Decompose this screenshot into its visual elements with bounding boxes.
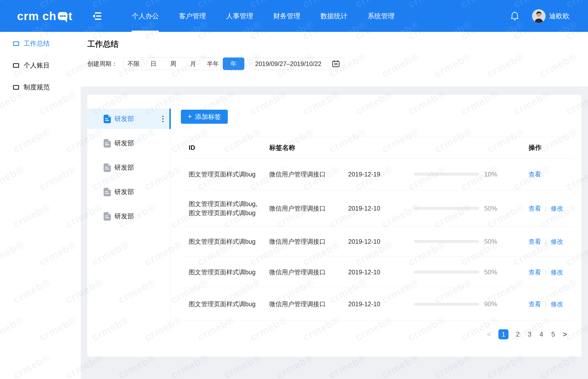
cell-date: 2019-12-10 [348, 205, 414, 212]
date-range-picker[interactable]: 2019/09/27–2019/10/22 [250, 57, 344, 70]
panel-icon [13, 41, 19, 46]
progress-bar [414, 271, 479, 274]
document-icon [103, 115, 111, 123]
sidebar-item-work-summary[interactable]: 工作总结 [0, 33, 81, 54]
table-row: 图文管理页面样式调bug 微信用户管理调接口 2019-12-19 10% 查看 [181, 158, 574, 190]
cell-name: 微信用户管理调接口 [269, 268, 348, 276]
table-row: 图文管理页面样式调bug 微信用户管理调接口 2019-12-10 50% 查看… [181, 227, 574, 257]
action-divider: | [545, 269, 547, 276]
cell-percent: 50% [484, 268, 529, 276]
sidebar-item-personal-accounts[interactable]: 个人账目 [0, 54, 81, 76]
action-divider: | [545, 205, 547, 212]
filter-section: 工作总结 创建周期： 不限 日 周 月 半年 年 2019/09/27–2019… [81, 32, 588, 87]
col-header-name: 标签名称 [269, 143, 348, 152]
active-indicator [169, 109, 171, 129]
notification-bell-icon[interactable] [510, 11, 519, 21]
content-card: 研发部 研发部 研发部 [87, 95, 581, 357]
pagination: < 1 2 3 4 5 > [487, 329, 567, 339]
user-avatar[interactable] [532, 9, 546, 23]
edit-link[interactable]: 修改 [551, 238, 563, 245]
nav-item-system-mgmt[interactable]: 系统管理 [357, 0, 405, 32]
view-link[interactable]: 查看 [529, 269, 541, 276]
nav-item-hr-mgmt[interactable]: 人事管理 [216, 0, 263, 32]
pagination-page-1[interactable]: 1 [498, 329, 508, 339]
view-link[interactable]: 查看 [529, 205, 541, 212]
cell-percent: 50% [484, 238, 529, 245]
collapse-menu-icon[interactable] [92, 12, 102, 20]
document-icon [103, 139, 111, 148]
col-header-id: ID [189, 144, 269, 152]
progress-bar [414, 207, 479, 210]
progress-bar [414, 173, 479, 176]
pagination-page-2[interactable]: 2 [515, 331, 520, 338]
pagination-page-5[interactable]: 5 [551, 331, 556, 338]
group-more-menu[interactable] [161, 114, 165, 123]
group-item-rnd-dept[interactable]: 研发部 [87, 131, 170, 155]
group-list: 研发部 研发部 研发部 [87, 95, 170, 357]
period-week[interactable]: 周 [163, 57, 183, 70]
period-half-year[interactable]: 半年 [203, 57, 223, 70]
period-month[interactable]: 月 [183, 57, 203, 70]
cell-date: 2019-12-19 [348, 171, 414, 178]
group-item-rnd-dept[interactable]: 研发部 [87, 204, 170, 228]
main-nav: 个人办公 客户管理 人事管理 财务管理 数据统计 系统管理 [122, 0, 405, 32]
sidebar-item-rules[interactable]: 制度规范 [0, 76, 81, 98]
add-tag-button[interactable]: + 添加标签 [181, 110, 228, 124]
cell-name: 微信用户管理调接口 [269, 204, 348, 213]
top-right-area: 迪欧欧 [510, 9, 569, 23]
period-unlimited[interactable]: 不限 [124, 57, 143, 70]
table-row: 图文管理页面样式调bug, 图文管理页面样式调bug 微信用户管理调接口 201… [181, 190, 574, 227]
cell-id: 图文管理页面样式调bug [189, 237, 269, 246]
cell-date: 2019-12-10 [348, 238, 414, 245]
nav-item-data-stats[interactable]: 数据统计 [310, 0, 357, 32]
pagination-page-4[interactable]: 4 [539, 331, 544, 338]
table-header: ID 标签名称 操作 [181, 137, 574, 158]
cell-id: 图文管理页面样式调bug [189, 299, 269, 308]
document-icon [103, 163, 111, 172]
nav-item-customer-mgmt[interactable]: 客户管理 [169, 0, 216, 32]
col-header-actions: 操作 [529, 143, 574, 152]
group-item-rnd-dept[interactable]: 研发部 [87, 180, 170, 204]
nav-item-finance-mgmt[interactable]: 财务管理 [263, 0, 310, 32]
app-logo: crm ch t [17, 9, 72, 23]
action-divider: | [545, 301, 547, 307]
pagination-prev-icon[interactable]: < [487, 330, 492, 339]
cell-name: 微信用户管理调接口 [269, 300, 348, 308]
document-icon [103, 188, 111, 196]
panel-icon [13, 85, 19, 90]
edit-link[interactable]: 修改 [551, 205, 563, 212]
pagination-next-icon[interactable]: > [562, 330, 567, 339]
filter-label: 创建周期： [87, 60, 117, 68]
period-year[interactable]: 年 [223, 57, 244, 70]
nav-item-personal-office[interactable]: 个人办公 [122, 0, 169, 32]
calendar-icon [332, 60, 340, 68]
table-row: 图文管理页面样式调bug 微信用户管理调接口 2019-12-10 50% 查看… [181, 257, 574, 288]
date-range-value: 2019/09/27–2019/10/22 [255, 60, 321, 68]
group-item-rnd-dept[interactable]: 研发部 [87, 155, 170, 180]
cell-name: 微信用户管理调接口 [269, 170, 348, 178]
table-row: 图文管理页面样式调bug 微信用户管理调接口 2019-12-10 90% 查看… [181, 288, 574, 321]
logo-text-suffix: t [68, 9, 72, 23]
pagination-page-3[interactable]: 3 [527, 331, 532, 338]
edit-link[interactable]: 修改 [551, 300, 563, 307]
left-sidebar: 工作总结 个人账目 制度规范 [0, 32, 81, 379]
action-divider: | [545, 238, 547, 245]
progress-bar [414, 240, 479, 243]
cell-date: 2019-12-10 [348, 300, 414, 308]
plus-icon: + [188, 113, 192, 120]
edit-link[interactable]: 修改 [551, 269, 563, 276]
period-day[interactable]: 日 [143, 57, 163, 70]
chat-bubble-icon [57, 11, 68, 23]
document-icon [103, 212, 111, 221]
cell-id: 图文管理页面样式调bug [189, 268, 269, 277]
view-link[interactable]: 查看 [529, 238, 541, 245]
progress-bar [414, 303, 479, 306]
group-item-rnd-dept[interactable]: 研发部 [87, 107, 170, 131]
tag-table-panel: + 添加标签 ID 标签名称 操作 图文管理页面样式调bug 微信用户管理调接口… [170, 95, 581, 357]
user-name[interactable]: 迪欧欧 [549, 12, 569, 21]
panel-icon [13, 63, 19, 68]
top-bar: crm ch t 个人办公 客户管理 人事管理 财务管理 数据统计 系统管理 [0, 0, 588, 32]
view-link[interactable]: 查看 [529, 171, 541, 178]
view-link[interactable]: 查看 [529, 300, 541, 307]
cell-percent: 10% [484, 170, 529, 178]
